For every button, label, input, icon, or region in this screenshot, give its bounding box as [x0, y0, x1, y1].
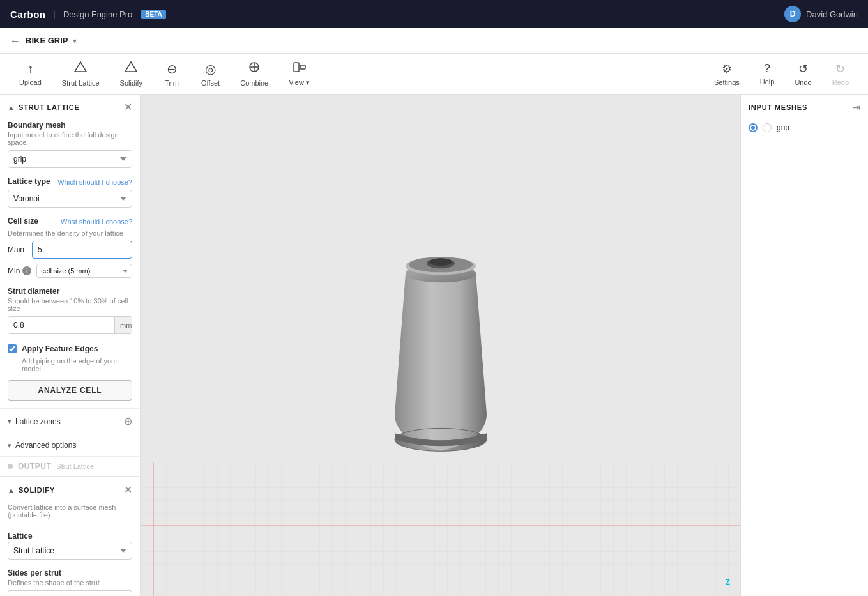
analyze-cell-button[interactable]: ANALYZE CELL — [8, 380, 132, 401]
cell-size-min-select[interactable]: cell size (5 mm) — [36, 264, 132, 278]
advanced-options-section: ▾ Advanced options — [0, 434, 140, 456]
toolbar-strut-lattice[interactable]: Strut Lattice — [53, 57, 109, 91]
toolbar-combine[interactable]: Combine — [231, 57, 277, 91]
strut-diameter-group: Strut diameter Should be between 10% to … — [0, 284, 140, 340]
solidify-hint-group: Convert lattice into a surface mesh (pri… — [0, 501, 140, 529]
toolbar: ↑ Upload Strut Lattice Solidify ⊖ Trim ◎… — [0, 54, 868, 95]
toolbar-offset[interactable]: ◎ Offset — [192, 57, 229, 91]
right-panel-header: INPUT MESHES ⇥ — [741, 95, 868, 118]
boundary-mesh-select[interactable]: grip — [8, 150, 132, 168]
combine-icon — [247, 61, 261, 77]
advanced-options-header[interactable]: ▾ Advanced options — [0, 434, 140, 456]
apply-feature-edges-checkbox[interactable] — [8, 344, 17, 353]
strut-diameter-hint: Should be between 10% to 30% of cell siz… — [8, 297, 132, 312]
viewport[interactable]: Z — [141, 95, 740, 596]
mesh-eye-icon[interactable] — [763, 123, 772, 132]
output-section: OUTPUT Strut Lattice — [0, 456, 140, 476]
toolbar-redo[interactable]: ↻ Redo — [823, 58, 858, 90]
app-name: Design Engine Pro — [63, 10, 132, 19]
apply-feature-edges-label: Apply Feature Edges — [22, 344, 98, 353]
cell-size-label: Cell size — [8, 217, 38, 225]
top-nav: Carbon | Design Engine Pro BETA D David … — [0, 0, 868, 28]
solidify-close[interactable]: ✕ — [124, 484, 132, 496]
lattice-type-select[interactable]: Voronoi — [8, 190, 132, 208]
user-area: D David Godwin — [784, 6, 858, 22]
toolbar-view[interactable]: View ▾ — [280, 57, 319, 91]
project-title: BIKE GRIP — [26, 36, 68, 45]
cell-size-min-label: Min i — [8, 266, 31, 275]
toolbar-settings-label: Settings — [714, 79, 740, 86]
toolbar-solidify[interactable]: Solidify — [111, 57, 151, 91]
solidify-icon — [124, 61, 138, 77]
toolbar-solidify-label: Solidify — [120, 79, 142, 87]
3d-object — [377, 197, 505, 467]
right-panel-expand-icon[interactable]: ⇥ — [853, 102, 860, 112]
svg-point-12 — [429, 258, 452, 266]
solidify-lattice-select[interactable]: Strut Lattice — [8, 542, 132, 560]
strut-diameter-input[interactable] — [8, 317, 114, 333]
solidify-hint: Convert lattice into a surface mesh (pri… — [8, 503, 132, 519]
offset-icon: ◎ — [205, 61, 216, 77]
beta-badge: BETA — [141, 10, 165, 19]
strut-lattice-close[interactable]: ✕ — [124, 101, 132, 113]
lattice-zones-label: Lattice zones — [15, 417, 61, 426]
strut-lattice-chevron: ▲ — [8, 103, 15, 111]
sides-per-strut-input[interactable] — [8, 590, 132, 596]
toolbar-help[interactable]: ? Help — [751, 58, 784, 89]
cell-size-main-input[interactable] — [33, 241, 132, 258]
cell-size-main-input-group: mm — [32, 241, 132, 259]
solidify-header: ▲ SOLIDIFY ✕ — [0, 477, 140, 501]
boundary-mesh-label: Boundary mesh — [8, 121, 132, 130]
input-meshes-title: INPUT MESHES — [749, 103, 807, 111]
output-label: OUTPUT — [18, 462, 51, 471]
toolbar-offset-label: Offset — [201, 79, 220, 87]
cell-size-min-row: Min i cell size (5 mm) — [8, 264, 132, 278]
toolbar-view-label: View ▾ — [289, 79, 310, 87]
sides-per-strut-group: Sides per strut Defines the shape of the… — [0, 566, 140, 596]
cell-size-link[interactable]: What should I choose? — [61, 218, 132, 225]
min-info-icon: i — [22, 266, 31, 275]
user-name: David Godwin — [806, 10, 858, 19]
toolbar-undo[interactable]: ↺ Undo — [786, 58, 820, 90]
sides-per-strut-hint: Defines the shape of the strut — [8, 579, 132, 586]
breadcrumb-caret[interactable]: ▾ — [73, 36, 77, 45]
lattice-type-link[interactable]: Which should I choose? — [57, 178, 132, 186]
lattice-zones-section: ▾ Lattice zones ⊕ — [0, 408, 140, 434]
redo-icon: ↻ — [835, 62, 845, 76]
lattice-type-group: Lattice type Which should I choose? Voro… — [0, 174, 140, 214]
solidify-lattice-group: Lattice Strut Lattice — [0, 529, 140, 566]
solidify-lattice-label: Lattice — [8, 531, 132, 540]
svg-rect-6 — [300, 65, 305, 69]
mesh-radio[interactable] — [749, 123, 758, 132]
toolbar-settings[interactable]: ⚙ Settings — [705, 58, 749, 90]
lattice-zones-add-icon[interactable]: ⊕ — [124, 415, 132, 427]
logo-area: Carbon | Design Engine Pro BETA — [10, 9, 166, 20]
toolbar-undo-label: Undo — [795, 79, 811, 86]
toolbar-trim-label: Trim — [165, 79, 179, 87]
mesh-radio-fill — [751, 126, 755, 130]
advanced-options-chevron: ▾ — [8, 441, 11, 450]
solidify-chevron: ▲ — [8, 486, 15, 494]
toolbar-trim[interactable]: ⊖ Trim — [154, 57, 190, 91]
lattice-zones-header[interactable]: ▾ Lattice zones ⊕ — [0, 409, 140, 434]
undo-icon: ↺ — [798, 62, 808, 76]
svg-rect-14 — [141, 462, 740, 596]
apply-feature-edges-hint: Add piping on the edge of your model — [0, 357, 140, 378]
toolbar-redo-label: Redo — [832, 79, 849, 86]
apply-feature-edges-row: Apply Feature Edges — [0, 340, 140, 357]
toolbar-help-label: Help — [760, 78, 775, 86]
lattice-type-label: Lattice type — [8, 177, 50, 186]
main-layout: ▲ STRUT LATTICE ✕ Boundary mesh Input mo… — [0, 95, 868, 596]
cell-size-group: Cell size What should I choose? Determin… — [0, 214, 140, 284]
mesh-name: grip — [777, 123, 789, 132]
strut-diameter-input-group: mm — [8, 316, 132, 334]
toolbar-upload[interactable]: ↑ Upload — [10, 57, 50, 90]
logo: Carbon — [10, 9, 46, 20]
view-icon — [293, 61, 307, 76]
trim-icon: ⊖ — [167, 61, 178, 77]
back-button[interactable]: ← — [10, 35, 20, 47]
breadcrumb: ← BIKE GRIP ▾ — [0, 28, 868, 54]
toolbar-upload-label: Upload — [19, 79, 42, 86]
solidify-section: ▲ SOLIDIFY ✕ Convert lattice into a surf… — [0, 476, 140, 596]
sides-per-strut-label: Sides per strut — [8, 569, 132, 577]
